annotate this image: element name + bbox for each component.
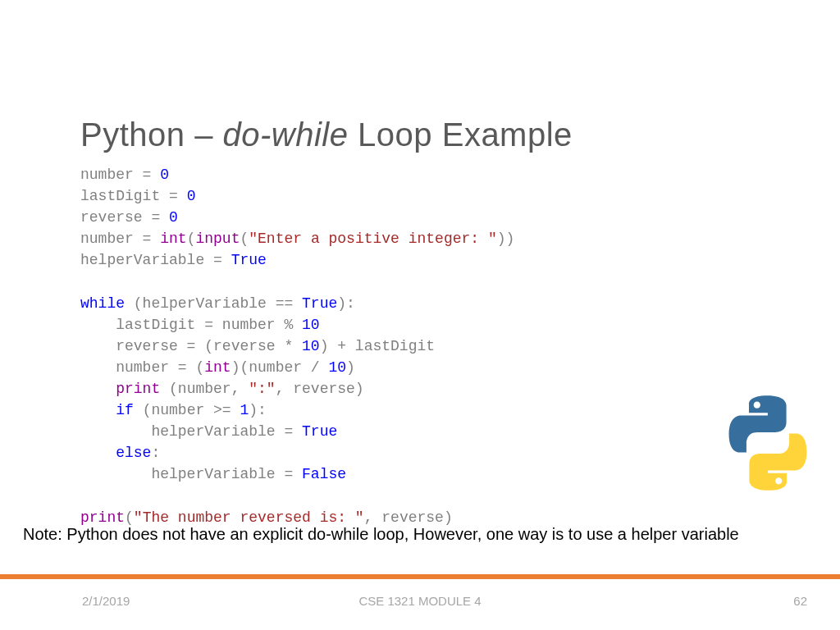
code-number: 1 [240,402,249,418]
code-text: lastDigit = number % [80,317,302,333]
code-string: "The number reversed is: " [134,509,364,526]
code-text: (helperVariable == [125,295,302,312]
code-text: ) + lastDigit [320,338,435,354]
code-keyword: True [302,423,337,440]
code-keyword: True [302,295,337,312]
code-block: number = 0 lastDigit = 0 reverse = 0 num… [80,164,514,528]
code-number: 0 [160,167,169,183]
code-text: (number >= [143,402,240,418]
code-text: number = [80,231,160,247]
code-text: ): [249,402,267,418]
code-text: number = [80,167,160,183]
code-text: number = ( [80,359,204,376]
code-keyword: if [80,402,143,418]
code-text: reverse = [80,209,169,226]
code-text: ( [125,509,134,526]
code-keyword: True [231,252,267,268]
code-builtin: input [195,231,240,247]
code-builtin: int [160,231,186,247]
code-keyword: else [80,445,151,461]
title-italic: do-while [223,116,349,153]
code-text: helperVariable = [80,423,302,440]
code-keyword: while [80,295,125,312]
code-number: 10 [302,338,320,354]
code-string: "Enter a positive integer: " [249,231,496,247]
slide-title: Python – do-while Loop Example [80,116,573,153]
code-text: helperVariable = [80,466,302,482]
code-text: : [151,445,160,461]
code-string: ":" [249,381,275,397]
code-text: , reverse) [276,381,364,397]
code-builtin: int [204,359,231,376]
code-number: 0 [187,188,196,204]
code-text: ) [346,359,355,376]
footer-page-number: 62 [793,594,807,608]
code-text: lastDigit = [80,188,187,204]
code-number: 0 [169,209,178,226]
slide-note: Note: Python does not have an explicit d… [23,524,819,545]
code-text: , reverse) [364,509,453,526]
slide-footer: 2/1/2019 CSE 1321 MODULE 4 62 [0,579,840,630]
code-keyword: False [302,466,346,482]
code-text: reverse = (reverse * [80,338,302,354]
code-text: (number, [169,381,249,397]
code-text: )) [497,231,515,247]
code-text: ( [240,231,249,247]
code-text: )(number / [231,359,329,376]
slide: Python – do-while Loop Example number = … [0,0,840,630]
code-number: 10 [328,359,346,376]
title-part1: Python – [80,116,223,153]
code-text: ( [187,231,196,247]
code-builtin: print [80,509,125,526]
code-builtin: print [80,381,169,397]
title-part3: Loop Example [348,116,572,153]
code-text: ): [337,295,355,312]
code-number: 10 [302,317,320,333]
python-logo-icon [719,394,817,492]
footer-course: CSE 1321 MODULE 4 [0,594,840,608]
code-text: helperVariable = [80,252,231,268]
